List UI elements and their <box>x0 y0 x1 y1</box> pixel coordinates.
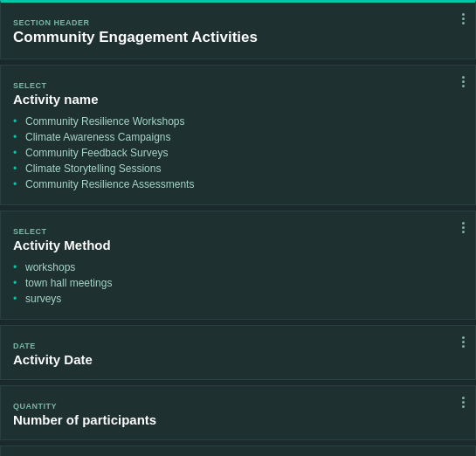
dot-1 <box>462 336 465 339</box>
dot-3 <box>462 345 465 348</box>
list-item[interactable]: town hall meetings <box>13 275 463 291</box>
activity-date-menu-button[interactable] <box>462 336 465 348</box>
activity-date-title: Activity Date <box>13 352 463 367</box>
list-item[interactable]: Community Resilience Workshops <box>13 114 463 129</box>
dot-2 <box>462 341 465 343</box>
participants-card: QUANTITY Number of participants <box>0 385 476 440</box>
list-item[interactable]: surveys <box>13 291 463 307</box>
dot-2 <box>462 17 465 20</box>
list-item[interactable]: Climate Storytelling Sessions <box>13 161 463 176</box>
dot-2 <box>462 401 465 404</box>
activity-name-card: SELECT Activity name Community Resilienc… <box>0 65 476 205</box>
activity-name-title: Activity name <box>13 92 463 107</box>
list-item[interactable]: workshops <box>13 259 463 275</box>
dot-1 <box>462 397 465 399</box>
dot-2 <box>462 226 465 229</box>
section-header-card: SECTION HEADER Community Engagement Acti… <box>0 0 476 59</box>
dot-3 <box>462 85 465 87</box>
dot-1 <box>462 76 465 79</box>
dot-3 <box>462 231 465 233</box>
header-label: SECTION HEADER <box>13 18 90 27</box>
participants-label: QUANTITY <box>13 402 57 411</box>
approval-card: ATTACHMENTS Approval and Sign-off Signat… <box>0 446 476 456</box>
dot-1 <box>462 13 465 16</box>
activity-date-card: DATE Activity Date <box>0 325 476 380</box>
participants-menu-button[interactable] <box>462 397 465 408</box>
dot-3 <box>462 405 465 408</box>
activity-method-title: Activity Method <box>13 238 463 252</box>
dot-1 <box>462 222 465 225</box>
activity-name-list: Community Resilience Workshops Climate A… <box>13 114 463 192</box>
list-item[interactable]: Community Resilience Assessments <box>13 176 463 192</box>
activity-method-label: SELECT <box>13 227 47 236</box>
activity-name-menu-button[interactable] <box>462 76 465 87</box>
list-item[interactable]: Climate Awareness Campaigns <box>13 129 463 145</box>
dot-2 <box>462 80 465 83</box>
header-title: Community Engagement Activities <box>13 29 463 46</box>
participants-title: Number of participants <box>13 412 463 427</box>
activity-name-label: SELECT <box>13 81 47 90</box>
activity-date-label: DATE <box>13 342 36 350</box>
activity-method-list: workshops town hall meetings surveys <box>13 259 463 307</box>
dot-3 <box>462 22 465 24</box>
activity-method-card: SELECT Activity Method workshops town ha… <box>0 211 476 320</box>
list-item[interactable]: Community Feedback Surveys <box>13 145 463 161</box>
activity-method-menu-button[interactable] <box>462 222 465 233</box>
header-menu-button[interactable] <box>462 13 465 24</box>
page-container: SECTION HEADER Community Engagement Acti… <box>0 0 476 456</box>
